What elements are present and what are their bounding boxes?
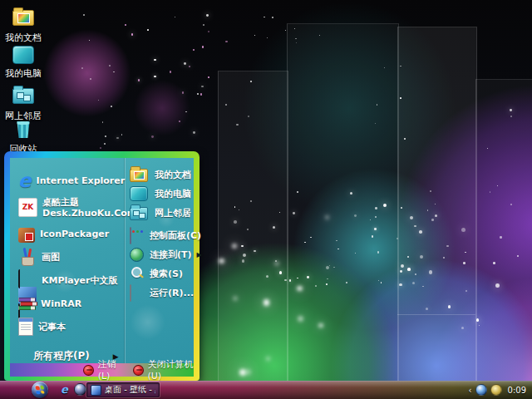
log-off-label: 注销(L)	[98, 358, 121, 382]
menu-item-winrar[interactable]: WinRAR	[18, 293, 81, 314]
menu-item-zhuoku-theme[interactable]: ZK 桌酷主题Desk.ZhuoKu.Com	[18, 195, 136, 219]
connect-to-icon	[130, 247, 145, 262]
wallpaper-glass-panel	[397, 27, 477, 399]
menu-item-label: Internet Explorer	[37, 175, 126, 186]
menu-item-notepad[interactable]: 记事本	[18, 316, 66, 337]
menu-item-search[interactable]: 搜索(S)	[130, 264, 183, 283]
menu-item-internet-explorer[interactable]: e Internet Explorer	[18, 170, 125, 191]
desktop-screen: 我的文档 我的电脑 网上邻居 回收站 e Internet Explorer Z…	[0, 0, 532, 399]
wallpaper-document-icon	[91, 385, 101, 396]
winrar-icon	[18, 298, 36, 312]
messenger-ball-icon[interactable]	[475, 384, 487, 396]
start-button[interactable]	[32, 382, 48, 398]
my-documents-icon	[12, 10, 34, 32]
task-button-wallpaper[interactable]: 桌面 - 壁纸 - 桌酷...	[86, 382, 160, 397]
start-menu-body: e Internet Explorer ZK 桌酷主题Desk.ZhuoKu.C…	[10, 158, 194, 363]
taskbar-clock[interactable]: 0:09	[505, 386, 529, 395]
internet-explorer-icon: e	[18, 170, 32, 190]
all-programs-label: 所有程序(P)	[33, 349, 90, 363]
menu-item-network-places[interactable]: 网上邻居	[130, 204, 191, 222]
shutdown-button[interactable]: 关闭计算机(U)	[133, 358, 194, 382]
menu-item-label: 我的电脑	[155, 188, 191, 200]
search-icon	[130, 266, 145, 281]
menu-item-label: 我的文档	[155, 169, 191, 181]
start-menu-footer: 注销(L) 关闭计算机(U)	[10, 363, 194, 377]
iconpackager-icon	[18, 228, 35, 243]
volume-swirl-icon[interactable]	[490, 384, 502, 396]
system-tray: ‹ 0:09	[469, 381, 529, 399]
menu-item-label: 控制面板(C)	[150, 229, 201, 242]
zhuoku-theme-icon: ZK	[18, 198, 37, 217]
tray-collapse-chevron[interactable]: ‹	[469, 386, 472, 395]
menu-item-iconpackager[interactable]: IconPackager	[18, 223, 109, 244]
menu-item-kmplayer[interactable]: KMPlayer中文版	[18, 269, 117, 291]
desktop-icon-network-places[interactable]: 网上邻居	[0, 83, 47, 121]
my-documents-icon	[130, 165, 150, 184]
wallpaper-glass-panel	[287, 23, 399, 399]
wallpaper-panel-edge	[397, 314, 475, 315]
menu-item-run[interactable]: 运行(R)...	[130, 283, 194, 302]
menu-item-label: 连接到(T)	[150, 249, 192, 261]
windows-flag-icon	[36, 386, 45, 395]
menu-item-label: 画图	[42, 251, 60, 264]
menu-item-my-documents[interactable]: 我的文档	[130, 165, 191, 184]
control-panel-icon	[130, 228, 145, 243]
wallpaper-glass-panel	[475, 79, 532, 399]
menu-item-label: 记事本	[38, 321, 66, 333]
menu-item-label: WinRAR	[41, 298, 81, 309]
quicklaunch-internet-explorer-icon[interactable]: e	[61, 383, 68, 396]
menu-item-label: 运行(R)...	[150, 287, 194, 299]
paint-icon	[18, 248, 37, 266]
desktop-icon-label: 我的电脑	[0, 69, 47, 79]
kmplayer-icon	[18, 271, 37, 289]
network-places-icon	[130, 204, 150, 222]
log-off-button[interactable]: 注销(L)	[83, 358, 121, 382]
menu-item-label: 搜索(S)	[150, 268, 183, 280]
menu-item-label: 桌酷主题Desk.ZhuoKu.Com	[42, 196, 136, 219]
menu-item-connect-to[interactable]: 连接到(T) ▶	[130, 245, 201, 264]
my-computer-icon	[12, 46, 34, 67]
start-menu: e Internet Explorer ZK 桌酷主题Desk.ZhuoKu.C…	[4, 151, 200, 381]
desktop-icon-my-computer[interactable]: 我的电脑	[0, 43, 47, 79]
menu-item-paint[interactable]: 画图	[18, 246, 60, 268]
my-computer-icon	[130, 185, 150, 203]
menu-item-label: KMPlayer中文版	[42, 274, 117, 287]
shutdown-icon	[133, 365, 144, 376]
submenu-arrow-icon: ▶	[197, 251, 202, 259]
desktop-icon-recycle-bin[interactable]: 回收站	[0, 119, 47, 155]
taskbar: e » 桌面 - 壁纸 - 桌酷... ‹ 0:09	[0, 381, 532, 399]
wallpaper-glass-panel	[218, 71, 288, 399]
desktop-icon-my-documents[interactable]: 我的文档	[0, 5, 47, 43]
menu-item-control-panel[interactable]: 控制面板(C)	[130, 226, 201, 244]
menu-item-label: IconPackager	[40, 229, 109, 239]
quicklaunch-media-player-icon[interactable]	[74, 383, 86, 396]
recycle-bin-icon	[12, 121, 34, 143]
run-icon	[130, 285, 145, 300]
shutdown-label: 关闭计算机(U)	[148, 358, 194, 382]
menu-item-label: 网上邻居	[155, 207, 191, 219]
desktop-icon-label: 我的文档	[0, 33, 47, 43]
task-button-label: 桌面 - 壁纸 - 桌酷...	[105, 384, 155, 396]
notepad-icon	[18, 318, 33, 336]
log-off-icon	[83, 365, 94, 376]
network-places-icon	[12, 88, 34, 110]
menu-item-my-computer[interactable]: 我的电脑	[130, 185, 191, 203]
